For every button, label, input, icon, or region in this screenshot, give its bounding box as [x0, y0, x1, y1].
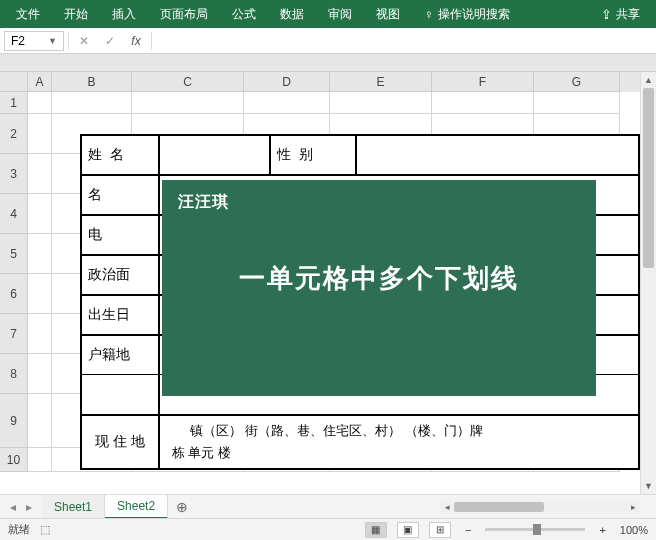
zoom-slider[interactable]: [485, 528, 585, 531]
zoom-value[interactable]: 100%: [620, 524, 648, 536]
ribbon-tell-me[interactable]: ♀ 操作说明搜索: [412, 0, 522, 28]
ribbon-tab-home[interactable]: 开始: [52, 0, 100, 28]
ribbon-tab-layout[interactable]: 页面布局: [148, 0, 220, 28]
ribbon-tab-insert[interactable]: 插入: [100, 0, 148, 28]
formula-cancel-button[interactable]: ✕: [73, 31, 95, 51]
row-header-5[interactable]: 5: [0, 234, 28, 274]
ribbon-share[interactable]: ⇪ 共享: [589, 0, 652, 28]
share-icon: ⇪: [601, 7, 612, 22]
row-header-1[interactable]: 1: [0, 92, 28, 114]
tell-me-label: 操作说明搜索: [438, 6, 510, 23]
row-header-2[interactable]: 2: [0, 114, 28, 154]
tab-nav-buttons[interactable]: ◂▸: [0, 500, 42, 514]
col-header-E[interactable]: E: [330, 72, 432, 92]
lightbulb-icon: ♀: [424, 7, 434, 22]
ribbon-tab-view[interactable]: 视图: [364, 0, 412, 28]
col-header-G[interactable]: G: [534, 72, 620, 92]
col-header-C[interactable]: C: [132, 72, 244, 92]
row-header-7[interactable]: 7: [0, 314, 28, 354]
formula-input[interactable]: [156, 31, 652, 51]
status-bar: 就绪 ⬚ ▦ ▣ ⊞ − + 100%: [0, 518, 656, 540]
zoom-in-button[interactable]: +: [595, 524, 609, 536]
view-normal-button[interactable]: ▦: [365, 522, 387, 538]
select-all-corner[interactable]: [0, 72, 28, 92]
name-box[interactable]: F2 ▼: [4, 31, 64, 51]
vertical-scrollbar[interactable]: ▲ ▼: [640, 72, 656, 494]
formula-confirm-button[interactable]: ✓: [99, 31, 121, 51]
accessibility-icon[interactable]: ⬚: [40, 523, 50, 536]
grid-area: ABCDEFG 12345678910 姓 名 性 别 名: [0, 72, 656, 494]
row-header-3[interactable]: 3: [0, 154, 28, 194]
view-page-break-button[interactable]: ⊞: [429, 522, 451, 538]
col-header-A[interactable]: A: [28, 72, 52, 92]
row-header-9[interactable]: 9: [0, 394, 28, 448]
ribbon-tab-formulas[interactable]: 公式: [220, 0, 268, 28]
sheet-tabs-bar: ◂▸ Sheet1 Sheet2 ⊕ ◂ ▸: [0, 494, 656, 518]
zoom-out-button[interactable]: −: [461, 524, 475, 536]
row-header-4[interactable]: 4: [0, 194, 28, 234]
formula-bar: F2 ▼ ✕ ✓ fx: [0, 28, 656, 54]
ribbon-tab-data[interactable]: 数据: [268, 0, 316, 28]
horizontal-scrollbar[interactable]: ◂ ▸: [440, 500, 640, 514]
share-label: 共享: [616, 6, 640, 23]
ribbon: 文件 开始 插入 页面布局 公式 数据 审阅 视图 ♀ 操作说明搜索 ⇪ 共享: [0, 0, 656, 28]
row-headers: 12345678910: [0, 92, 28, 472]
ribbon-tab-file[interactable]: 文件: [4, 0, 52, 28]
ribbon-tab-review[interactable]: 审阅: [316, 0, 364, 28]
status-ready: 就绪: [8, 522, 30, 537]
row-header-8[interactable]: 8: [0, 354, 28, 394]
column-headers: ABCDEFG: [0, 72, 640, 92]
name-box-value: F2: [11, 34, 25, 48]
cells-area[interactable]: 姓 名 性 别 名 电: [28, 92, 620, 472]
view-page-layout-button[interactable]: ▣: [397, 522, 419, 538]
col-header-F[interactable]: F: [432, 72, 534, 92]
col-header-B[interactable]: B: [52, 72, 132, 92]
row-header-6[interactable]: 6: [0, 274, 28, 314]
scroll-thumb[interactable]: [643, 88, 654, 268]
col-header-D[interactable]: D: [244, 72, 330, 92]
fx-button[interactable]: fx: [125, 31, 147, 51]
scroll-up-icon[interactable]: ▲: [641, 72, 656, 88]
add-sheet-button[interactable]: ⊕: [168, 499, 196, 515]
scroll-down-icon[interactable]: ▼: [641, 478, 656, 494]
sheet-tab-2[interactable]: Sheet2: [105, 495, 168, 519]
sheet-tab-1[interactable]: Sheet1: [42, 495, 105, 519]
ribbon-collapsed-area: [0, 54, 656, 72]
chevron-down-icon: ▼: [48, 36, 57, 46]
row-header-10[interactable]: 10: [0, 448, 28, 472]
